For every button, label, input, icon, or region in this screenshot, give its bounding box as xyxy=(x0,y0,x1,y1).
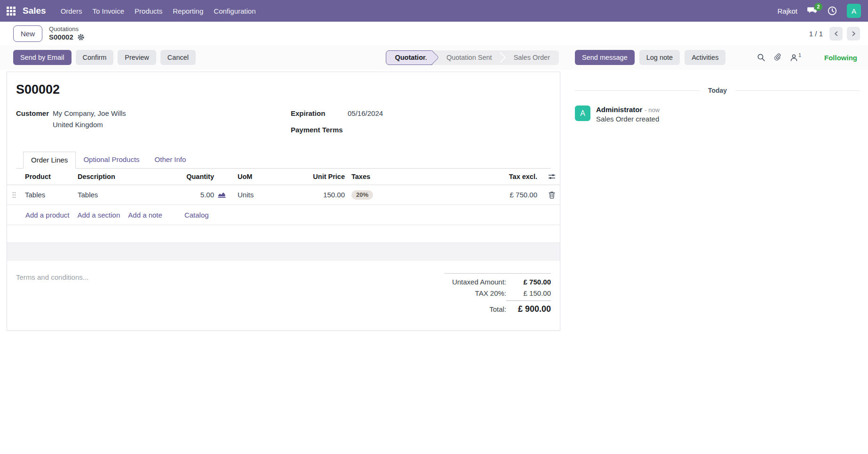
sheet-footer: Terms and conditions... Untaxed Amount: … xyxy=(7,261,560,317)
menu-configuration[interactable]: Configuration xyxy=(208,7,261,15)
divider-line xyxy=(575,90,700,91)
customer-value[interactable]: My Company, Joe Wills United Kingdom xyxy=(53,109,126,129)
pager-previous-button[interactable] xyxy=(829,27,843,41)
messages-count-badge: 2 xyxy=(814,3,822,11)
tax-badge[interactable]: 20% xyxy=(351,190,373,200)
expiration-value[interactable]: 05/16/2024 xyxy=(348,109,383,117)
attachments-paperclip-icon[interactable] xyxy=(773,53,782,62)
customer-label: Customer xyxy=(16,109,53,117)
breadcrumb-current: S00002 xyxy=(49,33,73,41)
main-menu: Orders To Invoice Products Reporting Con… xyxy=(56,7,261,15)
status-step-sales-order[interactable]: Sales Order xyxy=(501,50,559,65)
status-bar: Quotation Quotation Sent Sales Order xyxy=(386,50,559,65)
chatter-message: A Administrator - now Sales Order create… xyxy=(575,105,860,123)
menu-products[interactable]: Products xyxy=(129,7,167,15)
cell-product[interactable]: Tables xyxy=(21,191,74,199)
add-a-product-link[interactable]: Add a product xyxy=(25,211,69,219)
tab-optional-products[interactable]: Optional Products xyxy=(76,152,147,168)
total-value: £ 900.00 xyxy=(506,304,551,314)
add-a-section-link[interactable]: Add a section xyxy=(77,211,120,219)
pager-next-button[interactable] xyxy=(847,27,860,41)
pager-count: 1 / 1 xyxy=(809,30,823,38)
confirm-button[interactable]: Confirm xyxy=(76,50,114,65)
chatter-toolbar: Send message Log note Activities 1 xyxy=(575,50,860,65)
header-uom: UoM xyxy=(230,173,277,180)
followers-icon[interactable]: 1 xyxy=(790,54,801,62)
tax-value: £ 150.00 xyxy=(506,289,551,297)
activities-clock-icon[interactable] xyxy=(828,6,837,16)
cell-subtotal: £ 750.00 xyxy=(428,191,544,199)
gear-icon[interactable] xyxy=(77,33,85,41)
notebook-tabs: Order Lines Optional Products Other Info xyxy=(16,152,551,169)
app-name[interactable]: Sales xyxy=(23,6,46,16)
date-divider: Today xyxy=(575,87,860,94)
cancel-button[interactable]: Cancel xyxy=(160,50,196,65)
payment-terms-label: Payment Terms xyxy=(291,126,348,134)
cell-unit-price[interactable]: 150.00 xyxy=(277,191,348,199)
header-tax-excl: Tax excl. xyxy=(428,173,544,180)
message-author[interactable]: Administrator xyxy=(596,105,642,114)
list-footer-links: Add a product Add a section Add a note C… xyxy=(7,205,560,225)
total-label: Total: xyxy=(489,305,506,313)
top-navbar: Sales Orders To Invoice Products Reporti… xyxy=(0,0,868,22)
drag-handle[interactable] xyxy=(7,192,21,198)
tab-order-lines[interactable]: Order Lines xyxy=(23,152,76,169)
divider-line xyxy=(735,90,860,91)
header-product: Product xyxy=(21,173,74,180)
company-selector[interactable]: Rajkot xyxy=(777,7,797,15)
send-message-button[interactable]: Send message xyxy=(575,50,635,65)
messages-icon[interactable]: 2 xyxy=(807,7,818,16)
followers-count: 1 xyxy=(798,52,801,58)
following-button[interactable]: Following xyxy=(821,53,860,62)
totals-block: Untaxed Amount: £ 750.00 TAX 20%: £ 150.… xyxy=(445,273,551,317)
send-by-email-button[interactable]: Send by Email xyxy=(13,50,72,65)
order-lines-header: Product Description Quantity UoM Unit Pr… xyxy=(7,169,560,185)
control-panel: New Quotations S00002 1 / 1 xyxy=(0,22,868,45)
forecast-chart-icon[interactable] xyxy=(214,191,230,198)
apps-grid-icon[interactable] xyxy=(6,6,16,16)
totals-separator xyxy=(506,300,551,301)
message-timestamp: - now xyxy=(645,106,660,114)
untaxed-amount-value: £ 750.00 xyxy=(506,278,551,286)
cell-description[interactable]: Tables xyxy=(74,191,163,199)
empty-row xyxy=(7,243,560,261)
empty-row xyxy=(7,225,560,243)
date-divider-label: Today xyxy=(708,87,727,94)
header-taxes: Taxes xyxy=(348,173,428,180)
cell-uom[interactable]: Units xyxy=(230,191,277,199)
untaxed-amount-label: Untaxed Amount: xyxy=(452,278,506,286)
record-title[interactable]: S00002 xyxy=(16,82,551,97)
tax-label: TAX 20%: xyxy=(475,289,506,297)
navbar-right: Rajkot 2 A xyxy=(777,4,861,18)
field-area: Customer My Company, Joe Wills United Ki… xyxy=(16,109,551,134)
activities-button[interactable]: Activities xyxy=(685,50,725,65)
new-button[interactable]: New xyxy=(13,25,42,42)
expiration-label: Expiration xyxy=(291,109,348,117)
terms-placeholder[interactable]: Terms and conditions... xyxy=(16,273,88,317)
menu-reporting[interactable]: Reporting xyxy=(167,7,208,15)
customer-country: United Kingdom xyxy=(53,121,126,129)
chatter-icons: 1 Following xyxy=(757,53,860,62)
log-note-button[interactable]: Log note xyxy=(639,50,680,65)
cell-quantity[interactable]: 5.00 xyxy=(163,191,214,199)
order-line-row[interactable]: Tables Tables 5.00 Units 150.00 20% £ 75… xyxy=(7,185,560,205)
column-settings-icon[interactable] xyxy=(544,173,560,180)
header-unit-price: Unit Price xyxy=(277,173,348,180)
payment-terms-value[interactable] xyxy=(348,124,383,132)
preview-button[interactable]: Preview xyxy=(118,50,156,65)
delete-row-icon[interactable] xyxy=(544,191,560,199)
message-avatar[interactable]: A xyxy=(575,105,590,121)
breadcrumb-parent[interactable]: Quotations xyxy=(49,25,85,33)
menu-orders[interactable]: Orders xyxy=(56,7,88,15)
status-step-quotation-sent[interactable]: Quotation Sent xyxy=(432,50,501,65)
customer-name[interactable]: My Company, Joe Wills xyxy=(53,109,126,117)
add-a-note-link[interactable]: Add a note xyxy=(128,211,162,219)
tab-other-info[interactable]: Other Info xyxy=(147,152,194,168)
chatter-panel: Send message Log note Activities 1 xyxy=(575,50,860,123)
catalog-link[interactable]: Catalog xyxy=(184,211,209,219)
status-step-quotation[interactable]: Quotation xyxy=(386,50,432,65)
form-sheet: S00002 Customer My Company, Joe Wills Un… xyxy=(7,72,560,331)
user-avatar[interactable]: A xyxy=(847,4,861,18)
search-messages-icon[interactable] xyxy=(757,53,765,62)
menu-to-invoice[interactable]: To Invoice xyxy=(88,7,130,15)
